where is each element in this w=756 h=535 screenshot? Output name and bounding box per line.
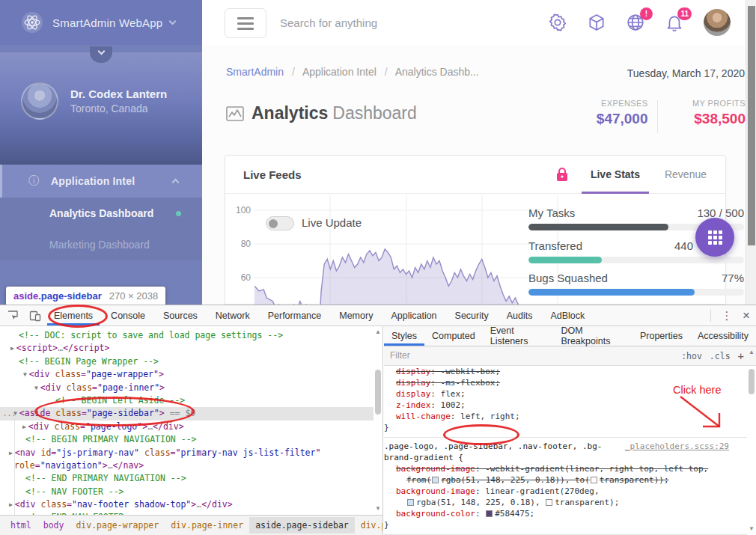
css-rule-line[interactable]: .page-logo, .page-sidebar, .nav-footer, …: [384, 437, 747, 452]
elements-tree-line[interactable]: role="navigation">…</nav>: [0, 459, 374, 472]
css-rule-line[interactable]: brand-gradient {: [384, 452, 747, 463]
tab-revenue[interactable]: Revenue: [659, 156, 712, 194]
profits-label: MY PROFITS: [666, 99, 746, 108]
breadcrumb-application-intel[interactable]: Application Intel: [302, 66, 377, 78]
atom-logo-icon: [21, 11, 43, 34]
styles-subtab-event-listeners[interactable]: Event Listeners: [483, 326, 554, 346]
devtools-tab-audits[interactable]: Audits: [500, 305, 540, 325]
color-swatch[interactable]: [407, 499, 414, 506]
app-shortcut-fab[interactable]: [695, 218, 734, 257]
devtools-breadcrumb-bar: htmlbodydiv.page-wrapperdiv.page-inneras…: [0, 515, 383, 535]
elements-tree-line[interactable]: <!-- END PRIMARY NAVIGATION -->: [0, 472, 374, 485]
topbar: ! 11: [202, 0, 756, 45]
sidebar-item-analytics-dashboard[interactable]: Analytics Dashboard: [0, 198, 202, 229]
devtools-tab-security[interactable]: Security: [448, 305, 496, 325]
active-dot: [176, 211, 181, 216]
chevron-up-icon: [172, 179, 180, 186]
color-swatch[interactable]: [546, 499, 552, 506]
filter-input[interactable]: Filter: [390, 350, 410, 361]
elements-tree-line[interactable]: ▶<nav id="js-primary-nav" class="primary…: [0, 447, 374, 459]
devtools-tab-elements[interactable]: Elements: [47, 305, 100, 325]
tab-live-stats[interactable]: Live Stats: [582, 156, 649, 194]
color-swatch[interactable]: [486, 510, 493, 517]
breadcrumb-analytics: Analytics Dashb...: [395, 66, 479, 78]
styles-subtab-styles[interactable]: Styles: [384, 326, 424, 346]
live-update-toggle[interactable]: [266, 216, 294, 230]
css-rule-line[interactable]: background-image: linear-gradient(270deg…: [384, 486, 747, 497]
stylesheet-source-link[interactable]: _placeholders.scss:29: [625, 441, 729, 452]
css-rule-line[interactable]: display: -webkit-box;: [384, 366, 747, 377]
inspect-element-icon[interactable]: [3, 305, 22, 325]
devtools-tab-sources[interactable]: Sources: [156, 305, 204, 325]
elements-tree-line[interactable]: <!-- NAV FOOTER -->: [0, 486, 374, 498]
sidebar-item-application-intel[interactable]: ⓘ Application Intel: [0, 165, 202, 198]
devtools-tab-adblock[interactable]: AdBlock: [543, 305, 591, 325]
brand-chevron-down-icon[interactable]: [169, 18, 177, 25]
page-scrollbar[interactable]: [746, 0, 756, 305]
dom-crumb-html[interactable]: html: [4, 517, 37, 534]
color-swatch[interactable]: [591, 477, 597, 483]
apps-cube-icon[interactable]: [587, 13, 606, 32]
globe-badge: !: [640, 7, 653, 20]
scrollbar-thumb[interactable]: [749, 369, 755, 394]
elements-scrollbar[interactable]: ▲ ▼: [374, 326, 382, 515]
user-location: Toronto, Canada: [70, 103, 167, 114]
language-globe-icon[interactable]: !: [626, 13, 645, 32]
breadcrumb: SmartAdmin / Application Intel / Analyti…: [226, 66, 479, 78]
dom-crumb-div-page-inner[interactable]: div.page-inner: [165, 517, 249, 534]
sidebar-item-marketing-dashboard[interactable]: Marketing Dashboard: [0, 229, 202, 260]
devtools-tab-console[interactable]: Console: [104, 305, 152, 325]
elements-tree-line[interactable]: <!-- BEGIN Page Wrapper -->: [0, 355, 374, 368]
info-icon: ⓘ: [28, 174, 39, 188]
styles-subtab-dom-breakpoints[interactable]: DOM Breakpoints: [553, 326, 632, 346]
elements-tree-line[interactable]: <!-- BEGIN PRIMARY NAVIGATION -->: [0, 433, 374, 446]
breadcrumb-link-smartadmin[interactable]: SmartAdmin: [226, 66, 284, 78]
scrollbar-thumb[interactable]: [375, 370, 381, 415]
user-avatar[interactable]: [704, 9, 731, 36]
elements-tree-line[interactable]: ▶<div class="page-logo">…</div>: [0, 421, 374, 433]
dom-crumb-div-page-logo[interactable]: div.page-logo: [355, 517, 383, 534]
settings-gear-icon[interactable]: [548, 13, 567, 32]
devtools-tab-memory[interactable]: Memory: [332, 305, 379, 325]
hov-toggle[interactable]: :hov: [681, 351, 702, 361]
grid-icon: [708, 230, 722, 245]
elements-tree-line[interactable]: ▼<div class="page-inner">: [0, 382, 374, 394]
profits-block: MY PROFITS $38,500: [666, 99, 746, 133]
cls-toggle[interactable]: .cls: [710, 351, 731, 361]
sidebar-avatar[interactable]: [21, 82, 58, 120]
elements-tree-line[interactable]: ...▼<aside class="page-sidebar"> == $0: [0, 407, 374, 420]
elements-tree-line[interactable]: ▼<div class="page-wrapper">: [0, 368, 374, 381]
elements-tree-line[interactable]: ▶<div class="nav-footer shadow-top">…</d…: [0, 498, 374, 511]
devtools-close-icon[interactable]: ×: [737, 308, 756, 323]
css-rule-line[interactable]: background-color: #584475;: [384, 508, 747, 519]
device-toolbar-icon[interactable]: [25, 305, 45, 325]
devtools-kebab-menu-icon[interactable]: ⋮: [717, 309, 737, 322]
dom-crumb-aside-page-sidebar[interactable]: aside.page-sidebar: [249, 517, 355, 534]
notifications-bell-icon[interactable]: 11: [665, 13, 684, 32]
search-input[interactable]: [280, 10, 504, 34]
card-title: Live Feeds: [243, 168, 302, 181]
menu-toggle-button[interactable]: [225, 8, 266, 38]
styles-subtab-computed[interactable]: Computed: [424, 326, 483, 346]
styles-subtab-properties[interactable]: Properties: [632, 326, 690, 346]
styles-scrollbar[interactable]: ▲ ▼: [747, 346, 756, 535]
lock-icon[interactable]: [556, 167, 568, 182]
devtools-tab-performance[interactable]: Performance: [261, 305, 329, 325]
devtools-tab-network[interactable]: Network: [209, 305, 257, 325]
css-rule-line[interactable]: background-image: -webkit-gradient(linea…: [384, 463, 747, 474]
css-rule-line[interactable]: rgba(51, 148, 225, 0.18), transparent);: [384, 497, 747, 508]
styles-subtab-accessibility[interactable]: Accessibility: [690, 326, 756, 346]
color-swatch[interactable]: [432, 477, 439, 483]
sidebar-logo[interactable]: SmartAdmin WebApp: [0, 0, 202, 45]
page-sidebar: SmartAdmin WebApp Dr. Codex Lantern Toro…: [0, 0, 202, 305]
elements-tree-line[interactable]: ▶<script>…</script>: [0, 342, 374, 355]
elements-tree-line[interactable]: <!-- BEGIN Left Aside -->: [0, 394, 374, 407]
dom-crumb-div-page-wrapper[interactable]: div.page-wrapper: [70, 517, 165, 534]
scrollbar-thumb[interactable]: [748, 6, 755, 245]
elements-tree-line[interactable]: <!-- DOC: script to save and load page s…: [0, 329, 374, 342]
dom-crumb-body[interactable]: body: [37, 517, 70, 534]
new-rule-plus-icon[interactable]: +: [738, 350, 744, 362]
css-rule-line[interactable]: }: [384, 519, 747, 531]
css-rule-line[interactable]: from(rgba(51, 148, 225, 0.18)), to(trans…: [384, 474, 747, 486]
devtools-tab-application[interactable]: Application: [384, 305, 443, 325]
